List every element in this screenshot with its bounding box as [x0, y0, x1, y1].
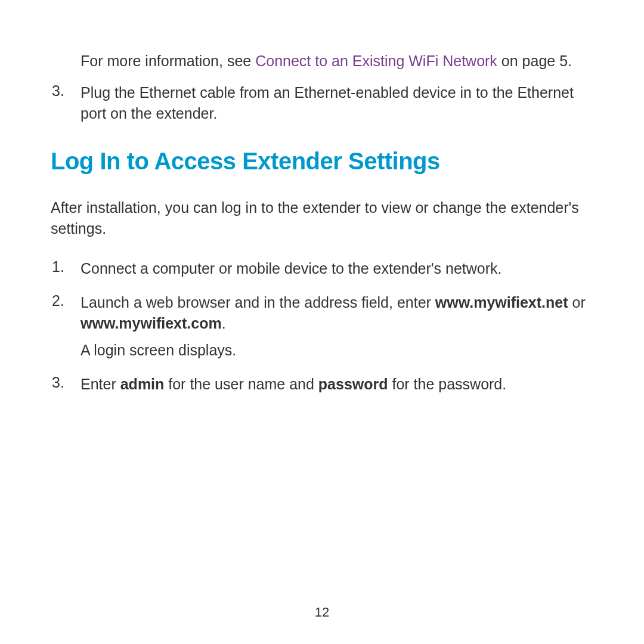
top-step-3: 3. Plug the Ethernet cable from an Ether… — [51, 82, 593, 124]
step-number: 1. — [51, 258, 80, 279]
step-text: Connect a computer or mobile device to t… — [80, 258, 593, 279]
step2-url2: www.mywifiext.com — [80, 315, 222, 332]
page-number: 12 — [0, 605, 644, 620]
section-heading: Log In to Access Extender Settings — [51, 148, 593, 175]
cross-reference-link[interactable]: Connect to an Existing WiFi Network — [255, 52, 497, 69]
step-number: 2. — [51, 292, 80, 361]
step-text: Launch a web browser and in the address … — [80, 292, 593, 361]
step2-prefix: Launch a web browser and in the address … — [80, 294, 435, 311]
step-2: 2. Launch a web browser and in the addre… — [51, 292, 593, 361]
step-number: 3. — [51, 82, 80, 124]
step3-suffix: for the password. — [388, 376, 507, 392]
step3-mid: for the user name and — [164, 376, 318, 392]
step-1: 1. Connect a computer or mobile device t… — [51, 258, 593, 279]
step2-url1: www.mywifiext.net — [435, 294, 568, 311]
step-number: 3. — [51, 374, 80, 395]
step-text: Enter admin for the user name and passwo… — [80, 374, 593, 395]
intro-paragraph: After installation, you can log in to th… — [51, 197, 593, 239]
step2-suffix: . — [222, 315, 226, 332]
step2-mid: or — [568, 294, 586, 311]
continuation-suffix: on page 5. — [497, 52, 572, 69]
page-content: For more information, see Connect to an … — [0, 0, 644, 395]
step3-password: password — [318, 376, 388, 392]
continuation-prefix: For more information, see — [80, 52, 255, 69]
step-3: 3. Enter admin for the user name and pas… — [51, 374, 593, 395]
step3-username: admin — [120, 376, 165, 392]
continuation-paragraph: For more information, see Connect to an … — [80, 51, 593, 72]
step3-prefix: Enter — [80, 376, 120, 392]
step-text: Plug the Ethernet cable from an Ethernet… — [80, 82, 593, 124]
step2-line2: A login screen displays. — [80, 340, 593, 361]
